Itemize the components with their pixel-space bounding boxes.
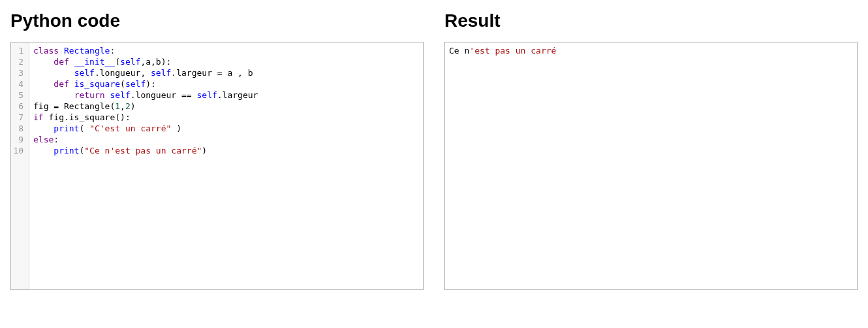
result-output[interactable]: Ce n'est pas un carré xyxy=(444,42,858,290)
code-area[interactable]: class Rectangle: def __init__(self,a,b):… xyxy=(29,42,423,289)
line-number: 10 xyxy=(11,145,26,156)
line-number: 7 xyxy=(11,112,26,123)
line-number: 6 xyxy=(11,101,26,112)
code-line[interactable]: class Rectangle: xyxy=(33,45,419,56)
code-line[interactable]: else: xyxy=(33,134,419,145)
output-line: Ce n'est pas un carré xyxy=(449,45,853,56)
result-panel-title: Result xyxy=(444,10,858,31)
code-panel-title: Python code xyxy=(10,10,424,31)
code-line[interactable]: def __init__(self,a,b): xyxy=(33,56,419,67)
code-line[interactable]: fig = Rectangle(1,2) xyxy=(33,101,419,112)
code-line[interactable]: def is_square(self): xyxy=(33,78,419,90)
code-line[interactable]: print("Ce n'est pas un carré") xyxy=(33,145,419,156)
code-line[interactable]: if fig.is_square(): xyxy=(33,112,419,123)
code-line[interactable]: print( "C'est un carré" ) xyxy=(33,123,419,134)
line-number: 9 xyxy=(11,134,26,145)
line-number: 5 xyxy=(11,90,26,101)
code-line[interactable]: self.longueur, self.largeur = a , b xyxy=(33,67,419,78)
line-number: 2 xyxy=(11,56,26,67)
line-number: 1 xyxy=(11,45,26,56)
line-number: 8 xyxy=(11,123,26,134)
code-editor[interactable]: 12345678910 class Rectangle: def __init_… xyxy=(10,42,424,290)
code-line[interactable]: return self.longueur == self.largeur xyxy=(33,90,419,101)
line-number-gutter: 12345678910 xyxy=(11,42,29,289)
result-panel: Result Ce n'est pas un carré xyxy=(444,10,858,290)
line-number: 3 xyxy=(11,67,26,78)
code-panel: Python code 12345678910 class Rectangle:… xyxy=(10,10,424,290)
line-number: 4 xyxy=(11,78,26,90)
